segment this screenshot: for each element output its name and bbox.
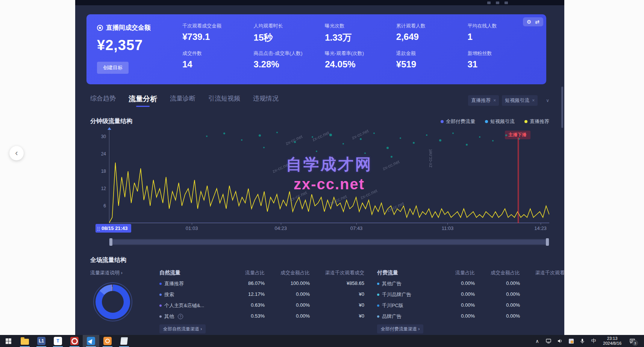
gear-icon[interactable]: ⚙ bbox=[527, 19, 532, 25]
dashboard-content: 直播间成交金额 ¥2,357 创建目标 千次观看成交金额¥739.1人均观看时长… bbox=[75, 14, 564, 332]
table-row-name[interactable]: 其他广告 bbox=[377, 280, 439, 287]
app-l-icon[interactable]: L1 bbox=[33, 335, 50, 347]
table-row-name[interactable]: 搜索 bbox=[159, 291, 229, 298]
microphone-icon[interactable] bbox=[577, 335, 587, 347]
legend-item-直播推荐[interactable]: 直播推荐 bbox=[524, 118, 549, 125]
table-row-name[interactable]: 直播推荐 bbox=[159, 280, 229, 287]
slider-handle-right[interactable] bbox=[546, 238, 549, 246]
ime-indicator[interactable]: 中 bbox=[589, 335, 599, 347]
row-label: 品牌广告 bbox=[382, 313, 402, 320]
table-column-header: 渠道千次观看成交 bbox=[520, 269, 564, 276]
tab-流量分析[interactable]: 流量分析 bbox=[129, 94, 157, 107]
banner-metric: 人均观看时长15秒 bbox=[254, 23, 321, 50]
window-mini-icon-1[interactable] bbox=[487, 2, 491, 4]
metric-label: 新增粉丝数 bbox=[467, 50, 535, 57]
traffic-table-grid: 自然流量流量占比成交金额占比渠道千次观看成交直播推荐86.07%100.00%¥… bbox=[159, 269, 364, 320]
more-channels-link[interactable]: 全部付费流量渠道 › bbox=[377, 324, 423, 333]
row-label: 千川PC版 bbox=[382, 302, 403, 309]
table-row-name[interactable]: 千川品牌广告 bbox=[377, 291, 439, 298]
notepad-icon[interactable] bbox=[116, 335, 132, 347]
x-tickmark bbox=[192, 223, 192, 225]
file-explorer-icon[interactable] bbox=[17, 335, 33, 347]
filter-chip[interactable]: 短视频引流× bbox=[502, 95, 538, 106]
swap-icon[interactable]: ⇄ bbox=[535, 19, 539, 25]
legend-item-全部付费流量[interactable]: 全部付费流量 bbox=[441, 118, 475, 125]
paid-traffic-table: 付费流量流量占比成交金额占比渠道千次观看成交其他广告0.00%0.00%¥0千川… bbox=[377, 269, 564, 332]
legend-label: 直播推荐 bbox=[530, 118, 549, 125]
network-icon[interactable] bbox=[544, 335, 553, 347]
scatter-dot bbox=[294, 141, 296, 143]
row-dot-icon bbox=[377, 304, 379, 307]
slider-handle-left[interactable] bbox=[109, 238, 112, 246]
metric-value: 15秒 bbox=[254, 32, 321, 44]
banner-metric: 退款金额¥519 bbox=[396, 50, 464, 78]
time-range-slider[interactable] bbox=[109, 239, 549, 245]
traffic-section-title: 全场流量结构 bbox=[86, 256, 553, 264]
y-tick-label: 30 bbox=[101, 134, 106, 139]
legend-dot-icon bbox=[524, 120, 527, 123]
start-button[interactable] bbox=[0, 335, 17, 347]
window-mini-icon-3[interactable] bbox=[505, 2, 508, 4]
notification-center-icon[interactable]: 3 bbox=[626, 335, 639, 347]
legend-item-短视频引流[interactable]: 短视频引流 bbox=[485, 118, 515, 125]
tab-流量诊断[interactable]: 流量诊断 bbox=[170, 94, 195, 107]
speaker-icon[interactable] bbox=[555, 335, 565, 347]
chevron-up-icon[interactable]: ∧ bbox=[532, 335, 542, 347]
cursor-tile-icon bbox=[87, 337, 95, 345]
minute-traffic-chart[interactable]: 自学成才网 zx-cc.net 主播下播 302418126zx-cc.netz… bbox=[109, 130, 549, 223]
close-icon[interactable]: × bbox=[493, 98, 496, 103]
app-t-icon[interactable]: T bbox=[50, 335, 66, 347]
table-cell-value: 0.00% bbox=[439, 291, 475, 298]
filter-chip[interactable]: 直播推荐× bbox=[468, 95, 499, 106]
tab-违规情况[interactable]: 违规情况 bbox=[253, 94, 279, 107]
info-icon[interactable]: ? bbox=[178, 314, 183, 319]
time-range-start-tag[interactable]: 08/15 21:43 bbox=[95, 224, 131, 233]
banner-tools: ⚙ ⇄ bbox=[523, 17, 543, 26]
create-goal-button[interactable]: 创建目标 bbox=[97, 62, 129, 74]
table-row-name[interactable]: 品牌广告 bbox=[377, 313, 439, 320]
close-icon[interactable]: × bbox=[532, 98, 535, 103]
app-cursor-icon[interactable] bbox=[83, 335, 99, 347]
chart-title: 分钟级流量结构 bbox=[90, 117, 132, 125]
table-row-name[interactable]: 个人主页&店铺&... bbox=[159, 302, 229, 309]
x-tick-label: 04:23 bbox=[274, 225, 287, 231]
chevron-down-icon[interactable]: ∨ bbox=[546, 98, 549, 103]
metric-label: 千次观看成交金额 bbox=[182, 23, 250, 29]
tab-综合趋势[interactable]: 综合趋势 bbox=[90, 94, 116, 107]
metric-value: 24.05% bbox=[325, 59, 392, 70]
slider-selected-range[interactable] bbox=[112, 240, 546, 244]
row-dot-icon bbox=[159, 315, 162, 318]
traffic-table-grid: 付费流量流量占比成交金额占比渠道千次观看成交其他广告0.00%0.00%¥0千川… bbox=[377, 269, 564, 320]
clock[interactable]: 23:132024/8/16 bbox=[600, 336, 624, 346]
filter-chips: 直播推荐×短视频引流×∨ bbox=[468, 95, 549, 106]
table-cell-value: 0.00% bbox=[265, 313, 310, 320]
y-tick-label: 6 bbox=[103, 203, 106, 209]
metric-label: 成交件数 bbox=[182, 50, 250, 57]
x-tick-label: 14:23 bbox=[534, 225, 547, 231]
stream-end-marker-line bbox=[518, 137, 518, 223]
back-button[interactable]: ‹ bbox=[9, 146, 24, 160]
table-cell-value: 0.00% bbox=[475, 291, 520, 298]
table-row-name[interactable]: 千川PC版 bbox=[377, 302, 439, 309]
notification-badge: 3 bbox=[632, 340, 638, 346]
metric-label: 累计观看人数 bbox=[396, 23, 464, 29]
table-cell-value: 0.00% bbox=[439, 280, 475, 287]
window-mini-icon-2[interactable] bbox=[496, 2, 499, 4]
tray-app-icon[interactable] bbox=[566, 335, 576, 347]
more-channels-link[interactable]: 全部自然流量渠道 › bbox=[159, 324, 206, 333]
x-tickmark bbox=[281, 223, 281, 225]
x-tickmark bbox=[541, 223, 541, 225]
window-topbar bbox=[75, 0, 564, 5]
app-red-o-icon[interactable] bbox=[66, 335, 83, 347]
x-tick-label: 11:03 bbox=[442, 225, 454, 231]
banner-metric: 累计观看人数2,649 bbox=[396, 23, 464, 50]
table-row-name[interactable]: 其他? bbox=[159, 313, 229, 320]
channel-note-link[interactable]: 流量渠道说明 › bbox=[90, 269, 147, 276]
table-cell-value: ¥0 bbox=[520, 280, 564, 287]
taskbar: L1T ∧中23:132024/8/163 bbox=[0, 335, 644, 347]
scatter-dot bbox=[276, 132, 278, 133]
window-scrollbar[interactable] bbox=[561, 87, 563, 128]
app-orange-icon[interactable] bbox=[99, 335, 116, 347]
tab-引流短视频[interactable]: 引流短视频 bbox=[208, 94, 240, 107]
traffic-donut-chart bbox=[95, 285, 130, 319]
